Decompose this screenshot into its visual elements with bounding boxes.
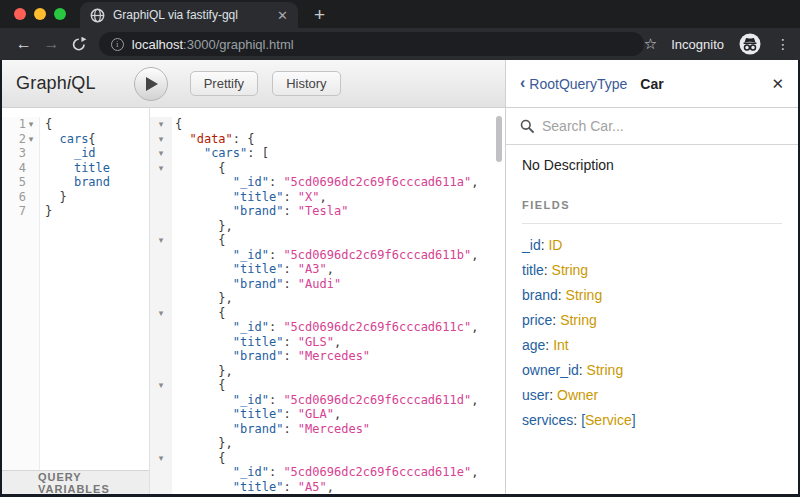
code-line: brand: [45, 175, 149, 190]
prettify-button[interactable]: Prettify: [190, 71, 258, 96]
graphiql-topbar: GraphiQL Prettify History: [2, 60, 505, 108]
field-name-link[interactable]: _id: [522, 237, 541, 253]
doc-back-link[interactable]: ‹RootQueryType: [520, 75, 627, 92]
query-variables-bar[interactable]: QUERY VARIABLES: [2, 470, 149, 494]
code-line: "_id": "5cd0696dc2c69f6cccad611a",: [175, 175, 505, 190]
fold-spacer: [150, 204, 172, 219]
code-line: "brand": "Mercedes": [175, 349, 505, 364]
query-editor[interactable]: 1▾2▾34567 { cars{ _id title brand }}: [2, 108, 149, 470]
result-scrollbar-thumb[interactable]: [496, 116, 502, 162]
new-tab-button[interactable]: +: [314, 5, 325, 24]
execute-query-button[interactable]: [134, 67, 168, 101]
close-window-button[interactable]: [14, 8, 26, 20]
fold-spacer: [150, 219, 172, 234]
url-host: localhost: [132, 37, 183, 52]
code-line: "title": "GLA",: [175, 407, 505, 422]
fold-arrow-icon[interactable]: ▾: [150, 306, 172, 321]
fold-arrow-icon[interactable]: ▾: [150, 146, 172, 161]
omnibox[interactable]: i localhost:3000/graphiql.html: [99, 32, 644, 56]
fold-spacer: [150, 248, 172, 263]
code-line: },: [175, 364, 505, 379]
fold-arrow-icon[interactable]: ▾: [150, 132, 172, 147]
code-line: }: [45, 190, 149, 205]
fold-spacer: [150, 335, 172, 350]
code-line: "brand": "Mercedes": [175, 422, 505, 437]
code-line: "brand": "Audi": [175, 277, 505, 292]
address-bar-right: ☆ Incognito ⋮: [644, 32, 790, 56]
fold-spacer: [150, 190, 172, 205]
query-code[interactable]: { cars{ _id title brand }}: [40, 117, 149, 470]
incognito-badge-icon: [738, 32, 762, 56]
editor-area: 1▾2▾34567 { cars{ _id title brand }} QUE…: [2, 108, 505, 494]
type-name-link[interactable]: String: [560, 312, 597, 328]
zoom-window-button[interactable]: [54, 8, 66, 20]
chevron-left-icon: ‹: [520, 74, 525, 92]
result-pane: ▾▾▾▾▾▾▾▾ { "data": { "cars": [ { "_id": …: [150, 108, 505, 494]
field-name-link[interactable]: services: [522, 412, 573, 428]
doc-search-box[interactable]: [506, 108, 798, 145]
page-info-icon[interactable]: i: [111, 38, 124, 51]
type-name-link[interactable]: String: [566, 287, 603, 303]
field-name-link[interactable]: price: [522, 312, 552, 328]
doc-field-row: title: String: [522, 262, 782, 274]
forward-button[interactable]: →: [38, 35, 66, 53]
fold-arrow-icon[interactable]: ▾: [150, 233, 172, 248]
code-line: {: [175, 306, 505, 321]
history-button[interactable]: History: [272, 71, 340, 96]
fold-arrow-icon[interactable]: ▾: [26, 119, 36, 129]
list-bracket: ]: [632, 412, 636, 428]
back-button[interactable]: ←: [10, 35, 38, 53]
result-viewer: { "data": { "cars": [ { "_id": "5cd0696d…: [172, 117, 505, 494]
fold-arrow-icon[interactable]: ▾: [150, 161, 172, 176]
field-colon: :: [549, 387, 557, 403]
tab-strip: GraphiQL via fastify-gql ✕ +: [0, 0, 800, 28]
fold-arrow-icon[interactable]: ▾: [150, 451, 172, 466]
field-name-link[interactable]: age: [522, 337, 545, 353]
type-name-link[interactable]: String: [587, 362, 624, 378]
doc-close-icon[interactable]: ✕: [771, 75, 784, 93]
doc-search-input[interactable]: [542, 118, 784, 134]
code-line: {: [175, 378, 505, 393]
line-number: 1▾: [2, 117, 39, 132]
line-number: 7: [2, 204, 39, 219]
fold-spacer: [150, 480, 172, 495]
reload-button[interactable]: [65, 37, 93, 52]
type-name-link[interactable]: Int: [553, 337, 569, 353]
bookmark-star-icon[interactable]: ☆: [644, 35, 657, 53]
url-text: localhost:3000/graphiql.html: [132, 37, 294, 52]
fold-arrow-icon[interactable]: ▾: [150, 117, 172, 132]
fold-spacer: [150, 175, 172, 190]
browser-tab[interactable]: GraphiQL via fastify-gql ✕: [80, 2, 298, 28]
type-name-link[interactable]: ID: [548, 237, 562, 253]
field-name-link[interactable]: user: [522, 387, 549, 403]
doc-explorer-panel: Car ‹RootQueryType ✕ No Description FIEL…: [505, 60, 798, 494]
minimize-window-button[interactable]: [34, 8, 46, 20]
doc-field-row: _id: ID: [522, 237, 782, 249]
fold-arrow-icon[interactable]: ▾: [26, 134, 36, 144]
field-colon: :: [552, 312, 560, 328]
type-name-link[interactable]: String: [552, 262, 589, 278]
tab-close-icon[interactable]: ✕: [277, 9, 288, 22]
code-line: "title": "X",: [175, 190, 505, 205]
code-line: },: [175, 219, 505, 234]
play-icon: [146, 77, 158, 91]
field-name-link[interactable]: brand: [522, 287, 558, 303]
doc-field-row: age: Int: [522, 337, 782, 349]
code-line: "cars": [: [175, 146, 505, 161]
fold-arrow-icon[interactable]: ▾: [150, 378, 172, 393]
fold-spacer: [150, 349, 172, 364]
url-path: :3000/graphiql.html: [183, 37, 294, 52]
type-name-link[interactable]: Service: [585, 412, 632, 428]
globe-favicon-icon: [90, 8, 105, 23]
traffic-lights: [0, 8, 80, 28]
type-name-link[interactable]: Owner: [557, 387, 598, 403]
browser-menu-icon[interactable]: ⋮: [776, 36, 790, 52]
field-name-link[interactable]: owner_id: [522, 362, 579, 378]
fold-spacer: [150, 320, 172, 335]
field-name-link[interactable]: title: [522, 262, 544, 278]
code-line: {: [175, 233, 505, 248]
field-colon: :: [573, 412, 581, 428]
doc-fields-title: FIELDS: [522, 199, 782, 224]
code-line: },: [175, 436, 505, 451]
fold-spacer: [150, 407, 172, 422]
